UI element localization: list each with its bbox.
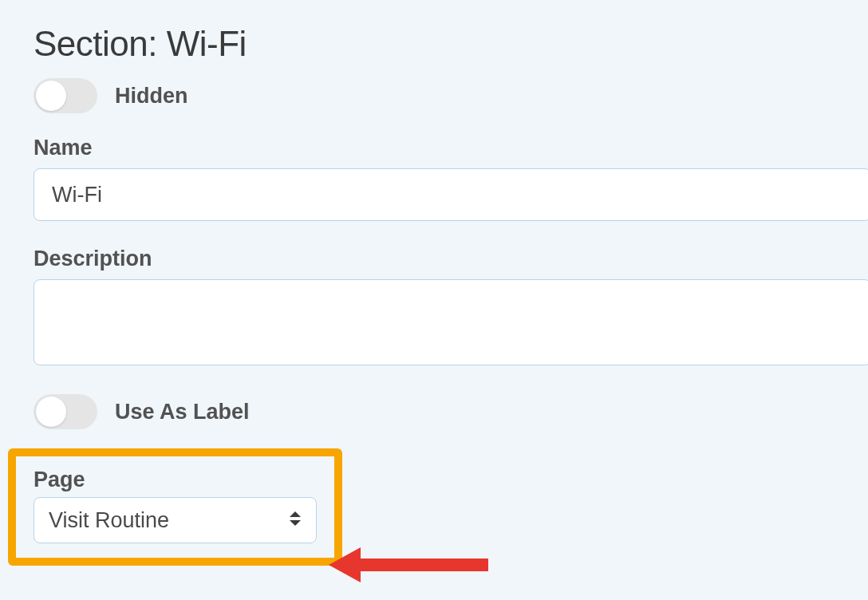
hidden-toggle-row: Hidden xyxy=(34,78,868,113)
arrow-annotation xyxy=(329,541,496,592)
section-title: Section: Wi-Fi xyxy=(34,24,868,64)
name-field-group: Name xyxy=(34,136,868,221)
page-select-wrapper: Visit Routine xyxy=(34,497,317,543)
hidden-toggle-label: Hidden xyxy=(115,84,188,109)
use-as-label-toggle-label: Use As Label xyxy=(115,400,250,424)
use-as-label-toggle-row: Use As Label xyxy=(34,394,868,429)
name-input[interactable] xyxy=(34,168,868,221)
hidden-toggle[interactable] xyxy=(34,78,97,113)
page-select[interactable]: Visit Routine xyxy=(34,497,317,543)
description-field-group: Description xyxy=(34,247,868,369)
description-field-label: Description xyxy=(34,247,868,271)
toggle-knob xyxy=(36,81,66,111)
use-as-label-toggle[interactable] xyxy=(34,394,97,429)
name-field-label: Name xyxy=(34,136,868,160)
page-field-label: Page xyxy=(34,468,317,492)
page-highlight-box: Page Visit Routine xyxy=(8,448,342,566)
toggle-knob xyxy=(36,397,66,427)
description-input[interactable] xyxy=(34,279,868,365)
